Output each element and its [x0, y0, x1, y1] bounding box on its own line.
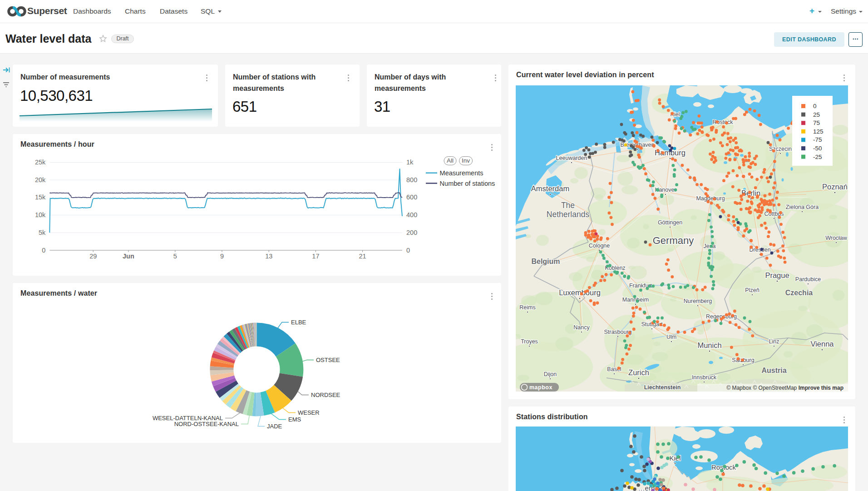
svg-text:Jun: Jun: [123, 253, 134, 260]
svg-text:-50: -50: [813, 145, 822, 152]
svg-text:1k: 1k: [406, 159, 414, 166]
svg-text:Leeuwarden: Leeuwarden: [556, 155, 587, 161]
svg-text:Dijon: Dijon: [544, 371, 557, 377]
svg-text:Wrocław: Wrocław: [825, 235, 848, 241]
svg-text:Troyes: Troyes: [521, 338, 538, 345]
svg-text:Innsbruck: Innsbruck: [692, 374, 717, 381]
svg-text:75: 75: [813, 119, 820, 126]
svg-text:Liechtenstein: Liechtenstein: [644, 384, 681, 391]
svg-text:600: 600: [406, 193, 417, 201]
svg-text:0: 0: [813, 103, 817, 109]
svg-text:Luxembourg: Luxembourg: [559, 288, 601, 297]
svg-text:Munich: Munich: [697, 341, 721, 349]
svg-text:Measurements: Measurements: [440, 169, 483, 177]
svg-text:Pardubice: Pardubice: [795, 276, 821, 283]
svg-text:Zielona Góra: Zielona Góra: [786, 204, 819, 210]
svg-text:The: The: [561, 201, 575, 210]
svg-text:Inv: Inv: [462, 157, 470, 164]
svg-text:Number of stations: Number of stations: [440, 180, 495, 187]
svg-text:Plzeň: Plzeň: [745, 287, 759, 293]
svg-text:NORDSEE: NORDSEE: [311, 392, 340, 398]
svg-text:21: 21: [359, 253, 366, 260]
svg-text:-75: -75: [813, 136, 822, 143]
svg-text:Linz: Linz: [769, 338, 779, 345]
svg-text:Ulm: Ulm: [666, 334, 676, 340]
svg-text:mapbox: mapbox: [529, 384, 552, 391]
svg-text:5: 5: [173, 253, 177, 260]
svg-text:© Mapbox © OpenStreetMap Impro: © Mapbox © OpenStreetMap Improve this ma…: [726, 385, 843, 391]
svg-text:-25: -25: [813, 154, 822, 160]
svg-text:10k: 10k: [35, 211, 46, 218]
svg-text:25: 25: [813, 111, 820, 118]
svg-text:17: 17: [312, 253, 319, 260]
svg-text:15k: 15k: [35, 193, 46, 201]
svg-text:9: 9: [220, 253, 224, 260]
svg-text:Zurich: Zurich: [628, 368, 649, 377]
svg-text:Belgium: Belgium: [531, 258, 560, 265]
svg-text:0: 0: [42, 247, 45, 254]
svg-text:ELBE: ELBE: [291, 319, 306, 326]
svg-text:5k: 5k: [39, 229, 46, 236]
svg-text:Poznań: Poznań: [822, 183, 848, 191]
svg-text:Czechia: Czechia: [785, 289, 813, 297]
svg-text:Reims: Reims: [519, 304, 535, 311]
svg-text:WESER: WESER: [298, 409, 320, 416]
svg-text:Amsterdam: Amsterdam: [531, 184, 569, 193]
svg-text:13: 13: [265, 253, 272, 260]
svg-text:125: 125: [813, 128, 824, 135]
svg-text:Nuremberg: Nuremberg: [684, 298, 712, 304]
svg-text:WESEL-DATTELN-KANAL: WESEL-DATTELN-KANAL: [153, 415, 223, 422]
svg-text:Germany: Germany: [653, 235, 694, 246]
svg-text:Strasbourg: Strasbourg: [604, 329, 631, 335]
svg-text:JADE: JADE: [267, 423, 282, 430]
svg-text:Göttingen: Göttingen: [658, 219, 682, 226]
svg-text:Cologne: Cologne: [589, 243, 610, 249]
svg-text:Vienna: Vienna: [810, 340, 834, 348]
svg-text:800: 800: [406, 176, 417, 184]
svg-text:20k: 20k: [35, 176, 46, 184]
svg-text:Prague: Prague: [765, 271, 789, 279]
svg-text:OSTSEE: OSTSEE: [316, 357, 340, 363]
svg-text:25k: 25k: [35, 159, 46, 166]
svg-text:0: 0: [406, 247, 410, 254]
svg-text:All: All: [447, 157, 454, 164]
svg-text:400: 400: [406, 211, 417, 218]
svg-text:29: 29: [89, 253, 97, 260]
svg-text:Magdeburg: Magdeburg: [696, 195, 725, 202]
svg-text:Austria: Austria: [761, 367, 786, 374]
svg-text:EMS: EMS: [288, 416, 301, 423]
svg-text:Netherlands: Netherlands: [547, 210, 590, 219]
svg-text:NORD-OSTSEE-KANAL: NORD-OSTSEE-KANAL: [174, 421, 239, 427]
svg-text:Nancy: Nancy: [573, 324, 590, 331]
svg-text:200: 200: [406, 229, 417, 236]
